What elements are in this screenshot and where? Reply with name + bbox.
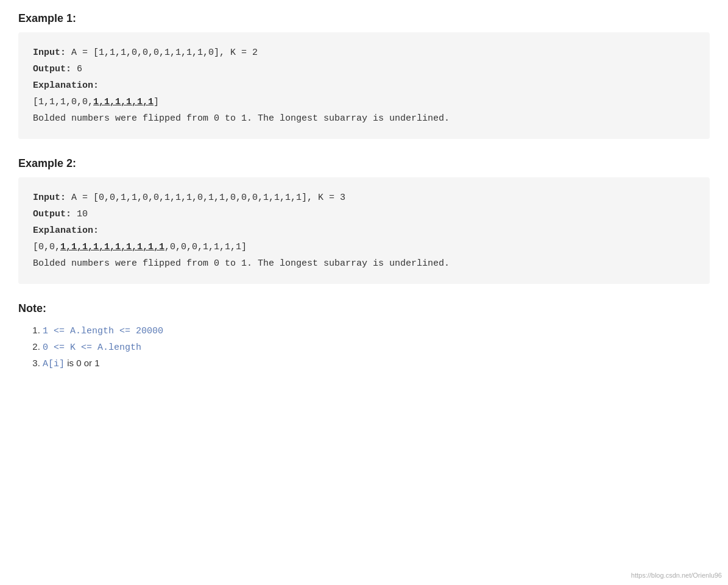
example1-box: Input: A = [1,1,1,0,0,0,1,1,1,1,0], K = … [18, 32, 710, 139]
example1-output-label: Output: [33, 64, 71, 74]
example2-array-suffix: ,0,0,0,1,1,1,1] [164, 242, 247, 252]
example1-title: Example 1: [18, 12, 710, 25]
note-item-3-end: 1 [92, 358, 100, 368]
note-item-3-middle: is 0 [65, 358, 84, 368]
watermark: https://blog.csdn.net/Orienlu96 [631, 572, 722, 579]
example2-output-value: 10 [71, 209, 88, 219]
note-item-3-code-prefix: A[i] [43, 359, 65, 369]
note-section: Note: 1 <= A.length <= 20000 0 <= K <= A… [18, 302, 710, 369]
example2-output-label: Output: [33, 209, 71, 219]
example2-output-line: Output: 10 [33, 206, 695, 222]
note-title: Note: [18, 302, 710, 315]
example1-explanation-array: [1,1,1,0,0,1,1,1,1,1,1] [33, 94, 695, 110]
note-item-1-code: 1 <= A.length <= 20000 [43, 326, 163, 336]
example2-box: Input: A = [0,0,1,1,0,0,1,1,1,0,1,1,0,0,… [18, 177, 710, 284]
example1-output-value: 6 [71, 64, 82, 74]
note-item-1: 1 <= A.length <= 20000 [43, 325, 710, 336]
example2-input-value: A = [0,0,1,1,0,0,1,1,1,0,1,1,0,0,0,1,1,1… [66, 193, 345, 203]
example2-array-prefix: [0,0, [33, 242, 60, 252]
page-container: Example 1: Input: A = [1,1,1,0,0,0,1,1,1… [18, 12, 710, 369]
example2-input-line: Input: A = [0,0,1,1,0,0,1,1,1,0,1,1,0,0,… [33, 190, 695, 206]
example1-array-suffix: ] [154, 97, 159, 107]
example1-array-underlined: 1,1,1,1,1,1 [93, 97, 154, 107]
example1-array-prefix: [1,1,1,0,0, [33, 97, 93, 107]
note-list: 1 <= A.length <= 20000 0 <= K <= A.lengt… [18, 325, 710, 369]
example2-input-label: Input: [33, 193, 66, 203]
note-item-2-code: 0 <= K <= A.length [43, 342, 141, 353]
example2-section: Example 2: Input: A = [0,0,1,1,0,0,1,1,1… [18, 157, 710, 284]
example2-explanation-label: Explanation: [33, 225, 99, 236]
example1-input-label: Input: [33, 48, 66, 58]
example1-output-line: Output: 6 [33, 61, 695, 77]
example1-input-line: Input: A = [1,1,1,0,0,0,1,1,1,1,0], K = … [33, 44, 695, 61]
example2-title: Example 2: [18, 157, 710, 170]
example2-explanation-array: [0,0,1,1,1,1,1,1,1,1,1,1,0,0,0,1,1,1,1] [33, 239, 695, 255]
example1-explanation-text: Bolded numbers were flipped from 0 to 1.… [33, 110, 695, 127]
example1-section: Example 1: Input: A = [1,1,1,0,0,0,1,1,1… [18, 12, 710, 139]
example2-explanation-label-line: Explanation: [33, 222, 695, 239]
note-item-3-keyword: or [84, 358, 92, 368]
example1-explanation-label-line: Explanation: [33, 77, 695, 94]
note-item-3: A[i] is 0 or 1 [43, 358, 710, 369]
example1-explanation-label: Explanation: [33, 80, 99, 91]
example1-input-value: A = [1,1,1,0,0,0,1,1,1,1,0], K = 2 [66, 48, 258, 58]
example2-explanation-text: Bolded numbers were flipped from 0 to 1.… [33, 255, 695, 272]
example2-array-underlined: 1,1,1,1,1,1,1,1,1,1 [60, 242, 164, 252]
note-item-2: 0 <= K <= A.length [43, 341, 710, 353]
